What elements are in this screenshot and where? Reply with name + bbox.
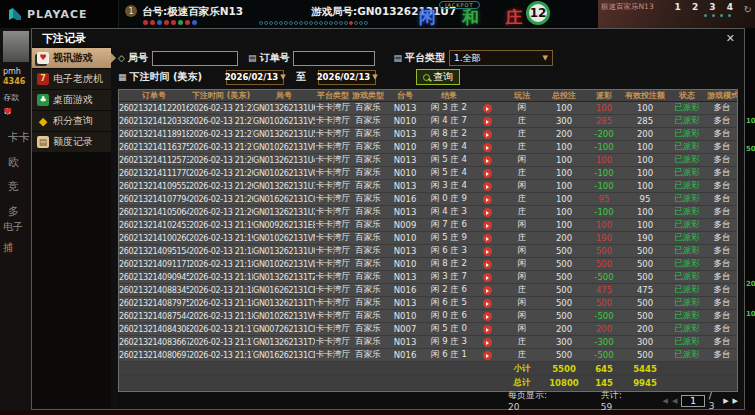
replay-icon[interactable] [483, 130, 492, 139]
cell-payout: 95 [585, 193, 623, 206]
replay-icon[interactable] [483, 286, 492, 295]
table-row: 2602132141189182026-02-13 21:21:39GN0132… [119, 128, 737, 141]
cell-replay[interactable] [473, 193, 501, 206]
menu-item-table-games[interactable]: ♣ 桌面游戏 [32, 90, 111, 110]
replay-icon[interactable] [483, 117, 492, 126]
lobby-item: 竞 [8, 179, 19, 194]
replay-icon[interactable] [483, 104, 492, 113]
bet-area-player[interactable]: 闲 [419, 6, 436, 29]
cell-replay[interactable] [473, 284, 501, 297]
replay-icon[interactable] [483, 169, 492, 178]
modal-menu: ♥ 视讯游戏 7 电子老虎机 ♣ 桌面游戏 ◆ 积分查询 ▤ 额度记录 [32, 46, 111, 409]
replay-icon[interactable] [483, 182, 492, 191]
cell-replay[interactable] [473, 102, 501, 115]
cell-replay[interactable] [473, 180, 501, 193]
cell-replay[interactable] [473, 232, 501, 245]
cell-valid-bet: 500 [623, 349, 667, 362]
cell-replay[interactable] [473, 128, 501, 141]
cell-status: 已派彩 [667, 310, 707, 323]
cell-game-type: 百家乐 [351, 323, 385, 336]
cell-replay[interactable] [473, 297, 501, 310]
cell-replay[interactable] [473, 115, 501, 128]
cell-replay[interactable] [473, 336, 501, 349]
bet-area-banker[interactable]: 庄 [505, 6, 522, 29]
menu-item-points-query[interactable]: ◆ 积分查询 [32, 111, 111, 131]
cell-status: 已派彩 [667, 258, 707, 271]
cell-valid-bet: 200 [623, 323, 667, 336]
cell-status: 已派彩 [667, 141, 707, 154]
cell-replay[interactable] [473, 349, 501, 362]
cell-replay[interactable] [473, 154, 501, 167]
bet-records-modal: 下注记录 ✕ ♥ 视讯游戏 7 电子老虎机 ♣ 桌面游戏 ◆ 积分查 [31, 28, 745, 410]
col-valid-bet: 有效投注额 [623, 90, 667, 102]
replay-icon[interactable] [483, 325, 492, 334]
pagination-bar: 每页显示: 20 共计: 59 ◀ ◀ 1 / 3 ▶ ▶ [118, 392, 738, 409]
cell-replay[interactable] [473, 271, 501, 284]
menu-item-slot-machines[interactable]: 7 电子老虎机 [32, 69, 111, 89]
cell-valid-bet: 500 [623, 297, 667, 310]
replay-icon[interactable] [483, 273, 492, 282]
cell-replay[interactable] [473, 141, 501, 154]
replay-icon[interactable] [483, 143, 492, 152]
refresh-icon[interactable]: ↻ [744, 4, 752, 15]
cell-table: N013 [385, 154, 425, 167]
cell-order: 260213214083667 [119, 336, 189, 349]
col-total-bet: 总投注 [543, 90, 585, 102]
cell-order: 260213214095154 [119, 245, 189, 258]
replay-icon[interactable] [483, 299, 492, 308]
cell-result: 闲 5 庄 4 [425, 167, 473, 180]
search-button[interactable]: 查询 [416, 69, 460, 85]
cell-game-type: 百家乐 [351, 128, 385, 141]
replay-icon[interactable] [483, 351, 492, 360]
cell-replay[interactable] [473, 219, 501, 232]
cell-platform: 卡卡湾厅 [315, 297, 351, 310]
cell-replay[interactable] [473, 323, 501, 336]
date-to-picker[interactable]: 2026/02/13▼ [318, 70, 376, 85]
cell-table: N013 [385, 206, 425, 219]
cell-mode: 多台 [707, 193, 737, 206]
info-icon: 1 [125, 5, 137, 17]
cell-replay[interactable] [473, 310, 501, 323]
cell-replay[interactable] [473, 206, 501, 219]
cell-table: N013 [385, 180, 425, 193]
platform-select[interactable]: 1.全部▼ [449, 50, 553, 66]
replay-icon[interactable] [483, 221, 492, 230]
cell-time: 2026-02-13 21:20:04 [189, 206, 253, 219]
cell-valid-bet: 100 [623, 219, 667, 232]
replay-icon[interactable] [483, 208, 492, 217]
order-input[interactable] [293, 51, 375, 66]
bet-area-tie[interactable]: 和 [462, 6, 479, 29]
replay-icon[interactable] [483, 156, 492, 165]
replay-icon[interactable] [483, 247, 492, 256]
prev-page-icon[interactable]: ◀ [672, 397, 677, 405]
replay-icon[interactable] [483, 234, 492, 243]
page-input[interactable]: 1 [681, 395, 704, 407]
last-page-icon[interactable]: ▶ [733, 397, 738, 405]
menu-item-quota-records[interactable]: ▤ 额度记录 [32, 132, 111, 152]
camera-numbers[interactable]: 1 2 3 4 [675, 2, 737, 12]
replay-icon[interactable] [483, 195, 492, 204]
cell-play: 庄 [501, 336, 543, 349]
replay-icon[interactable] [483, 312, 492, 321]
replay-icon[interactable] [483, 338, 492, 347]
table-row: 2602132140911712026-02-13 21:18:30GN0102… [119, 258, 737, 271]
round-input[interactable] [152, 51, 238, 66]
chevron-down-icon: ▼ [543, 54, 548, 62]
cell-game-type: 百家乐 [351, 193, 385, 206]
cell-order: 260213214105064 [119, 206, 189, 219]
close-icon[interactable]: ✕ [726, 33, 735, 44]
replay-icon[interactable] [483, 260, 492, 269]
cell-replay[interactable] [473, 245, 501, 258]
next-page-icon[interactable]: ▶ [723, 397, 728, 405]
lobby-item: 欧 [8, 155, 19, 170]
video-thumbnail[interactable]: 极速百家乐N13 1 2 3 4 ↻ [598, 0, 755, 28]
cell-replay[interactable] [473, 167, 501, 180]
cell-table: N013 [385, 128, 425, 141]
first-page-icon[interactable]: ◀ [663, 397, 668, 405]
cell-platform: 卡卡湾厅 [315, 219, 351, 232]
cell-replay[interactable] [473, 258, 501, 271]
cell-play: 庄 [501, 284, 543, 297]
date-from-picker[interactable]: 2026/02/13▼ [226, 70, 284, 85]
menu-item-video-games[interactable]: ♥ 视讯游戏 [32, 48, 111, 68]
cell-mode: 多台 [707, 102, 737, 115]
